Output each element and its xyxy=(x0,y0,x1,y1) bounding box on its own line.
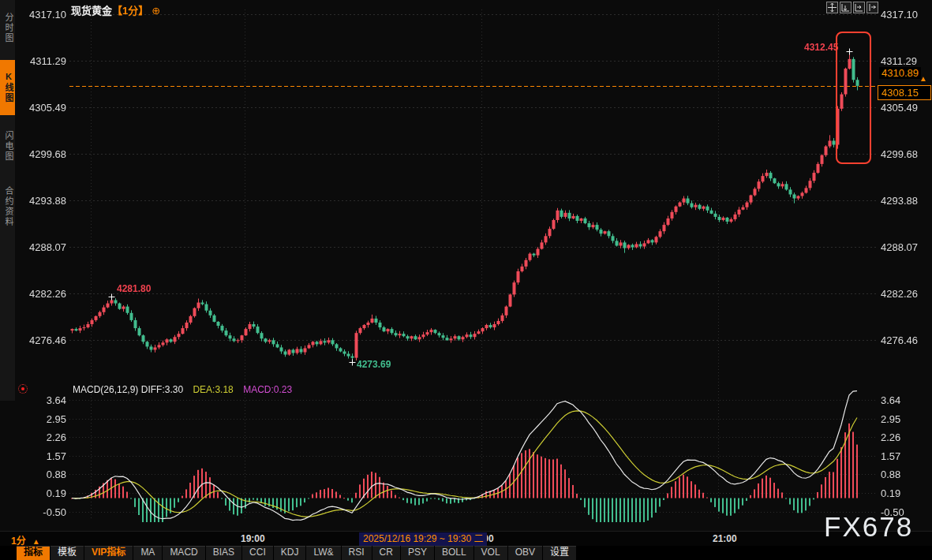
macd-header: MACD(26,12,9) DIFF:3.30 DEA:3.18 MACD:0.… xyxy=(73,384,292,395)
current-bar-timestamp: 2025/12/16 19:29 ~ 19:30 二 xyxy=(359,532,487,546)
price-tick-label: 4311.29 xyxy=(881,55,917,67)
price-tick-label: 4317.10 xyxy=(28,9,66,21)
macd-tick-label: 0.19 xyxy=(881,487,900,499)
toolbar-button-8[interactable]: KDJ xyxy=(274,546,307,560)
macd-tick-label: 2.95 xyxy=(881,413,900,425)
toolbar-button-1[interactable]: 指标 xyxy=(17,546,51,560)
price-tick-label: 4276.46 xyxy=(881,334,918,346)
session-low-annotation: 4273.69 xyxy=(357,359,391,370)
time-label: 21:00 xyxy=(713,533,737,544)
chart-tool-icons xyxy=(826,2,878,13)
instrument-title: 现货黄金 xyxy=(71,5,112,17)
price-tick-label: 4282.26 xyxy=(881,288,918,300)
macd-tick-label: -0.50 xyxy=(28,506,66,518)
chart-canvas[interactable] xyxy=(0,0,932,560)
price-tick-label: 4293.88 xyxy=(881,195,918,207)
period-badge[interactable]: 1分▲ xyxy=(11,533,40,547)
toolbar-button-15[interactable]: OBV xyxy=(508,546,543,560)
price-tick-label: 4282.26 xyxy=(28,288,66,300)
toolbar-button-11[interactable]: CR xyxy=(372,546,401,560)
price-tick-label: 4293.88 xyxy=(28,195,66,207)
price-tick-label: 4311.29 xyxy=(28,55,66,67)
sidebar-tab-3[interactable]: 闪电图 xyxy=(0,121,15,170)
price-tick-label: 4305.49 xyxy=(881,102,918,114)
chevron-up-icon: ▲ xyxy=(32,537,40,546)
last-price-box: 4308.15 xyxy=(878,85,931,100)
macd-tick-label: 0.88 xyxy=(881,469,900,480)
macd-tick-label: 2.95 xyxy=(28,413,66,425)
macd-tick-label: 3.64 xyxy=(28,394,66,406)
price-tick-label: 4276.46 xyxy=(28,334,66,346)
price-tick-label: 4288.07 xyxy=(881,241,918,253)
toolbar-button-3[interactable]: VIP指标 xyxy=(84,546,133,560)
toolbar-button-14[interactable]: VOL xyxy=(474,546,508,560)
toolbar-button-4[interactable]: MA xyxy=(133,546,163,560)
chart-header: 现货黄金【1分】⊕ xyxy=(71,2,160,17)
macd-tick-label: 3.64 xyxy=(881,394,900,406)
period-tag: 【1分】 xyxy=(112,5,148,17)
session-high-annotation: 4312.45 xyxy=(804,42,838,53)
macd-tick-label: 2.26 xyxy=(28,431,66,443)
price-tick-label: 4305.49 xyxy=(28,102,66,114)
sidebar-tab-4[interactable]: 合约资料 xyxy=(0,175,15,238)
time-axis-row: 1分▲ 19:0020:0021:00 2025/12/16 19:29 ~ 1… xyxy=(0,531,932,547)
macd-tick-label: 1.57 xyxy=(28,450,66,462)
toolbar-button-2[interactable]: 模板 xyxy=(51,546,84,560)
price-tick-label: 4299.68 xyxy=(28,148,66,160)
sidebar-tab-2[interactable]: K线图 xyxy=(0,60,15,115)
macd-tick-label: 2.26 xyxy=(881,431,900,443)
price-tick-label: 4288.07 xyxy=(28,241,66,253)
macd-macd-value: MACD:0.23 xyxy=(243,384,292,395)
pane-play-icon[interactable] xyxy=(853,2,865,13)
macd-tick-label: 0.19 xyxy=(28,487,66,499)
macd-tick-label: 0.88 xyxy=(28,469,66,480)
toolbar-button-16[interactable]: 设置 xyxy=(543,546,577,560)
highlight-box xyxy=(836,32,871,164)
price-up-arrow-icon: ▲ xyxy=(919,75,927,83)
toolbar-button-6[interactable]: BIAS xyxy=(206,546,242,560)
toolbar-button-10[interactable]: RSI xyxy=(342,546,372,560)
watermark: FX678 xyxy=(824,511,913,543)
secondary-price-label: 4310.89 xyxy=(879,67,921,79)
macd-diff-value: DIFF:3.30 xyxy=(141,384,183,395)
toolbar-button-9[interactable]: LW& xyxy=(306,546,341,560)
indicator-dot-icon[interactable] xyxy=(18,384,28,394)
pane-down-icon[interactable] xyxy=(840,2,852,13)
price-tick-label: 4317.10 xyxy=(881,9,918,21)
macd-dea-value: DEA:3.18 xyxy=(193,384,233,395)
toolbar-button-13[interactable]: BOLL xyxy=(435,546,474,560)
macd-name-label: MACD(26,12,9) xyxy=(73,384,138,395)
time-label: 19:00 xyxy=(241,533,265,544)
local-high-annotation: 4281.80 xyxy=(117,283,151,294)
trading-app-window: 分时图K线图闪电图合约资料 现货黄金【1分】⊕ 4317.104317.1043… xyxy=(0,0,932,560)
toolbar-button-7[interactable]: CCI xyxy=(242,546,274,560)
expand-icon[interactable]: ⊕ xyxy=(152,5,160,17)
crosshair-tool-icon[interactable] xyxy=(826,2,838,13)
toolbar-button-12[interactable]: PSY xyxy=(401,546,435,560)
macd-tick-label: 1.57 xyxy=(881,450,900,462)
indicator-toolbar: 指标模板VIP指标MAMACDBIASCCIKDJLW&RSICRPSYBOLL… xyxy=(0,546,932,560)
toolbar-button-5[interactable]: MACD xyxy=(163,546,205,560)
sidebar-tab-1[interactable]: 分时图 xyxy=(0,3,15,52)
pane-export-icon[interactable] xyxy=(866,2,878,13)
price-tick-label: 4299.68 xyxy=(881,148,918,160)
left-sidebar: 分时图K线图闪电图合约资料 xyxy=(0,0,15,401)
